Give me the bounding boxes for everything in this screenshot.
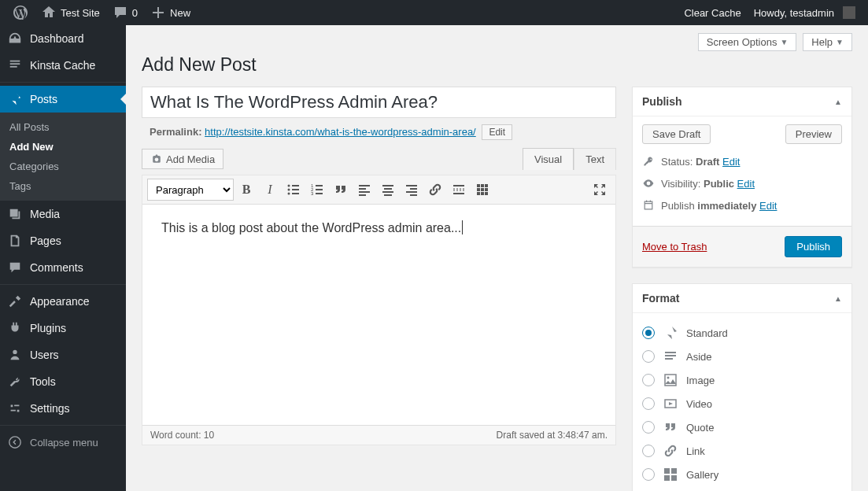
svg-rect-41 (665, 355, 676, 356)
move-to-trash-link[interactable]: Move to Trash (642, 241, 707, 253)
svg-point-44 (667, 377, 670, 379)
format-option-gallery[interactable]: Gallery (642, 463, 842, 486)
format-label: Aside (686, 351, 712, 363)
format-select[interactable]: Paragraph (147, 179, 234, 201)
edit-schedule-link[interactable]: Edit (759, 200, 777, 212)
format-label: Gallery (686, 469, 718, 481)
new-content-link[interactable]: New (144, 0, 197, 25)
wp-logo[interactable] (6, 0, 35, 25)
new-label: New (170, 7, 190, 19)
svg-rect-30 (453, 193, 464, 194)
format-option-audio[interactable]: Audio (642, 486, 842, 491)
collapse-icon (8, 435, 22, 449)
svg-rect-49 (671, 475, 677, 481)
svg-rect-9 (292, 193, 299, 194)
format-option-link[interactable]: Link (642, 439, 842, 463)
plugins-icon (8, 321, 22, 335)
radio-icon (642, 350, 655, 363)
post-title-input[interactable] (142, 87, 616, 118)
site-name-link[interactable]: Test Site (35, 0, 106, 25)
svg-rect-46 (664, 468, 670, 474)
sidebar-item-dashboard[interactable]: Dashboard (0, 25, 126, 52)
publish-box-header[interactable]: Publish▲ (633, 87, 851, 116)
bullet-list-button[interactable] (283, 179, 305, 201)
sidebar-item-plugins[interactable]: Plugins (0, 315, 126, 341)
format-box-header[interactable]: Format▲ (633, 284, 851, 313)
svg-rect-35 (481, 188, 484, 191)
avatar (843, 6, 855, 19)
permalink-url[interactable]: http://testsite.kinsta.com/what-is-the-w… (205, 126, 476, 138)
sidebar-item-appearance[interactable]: Appearance (0, 288, 126, 315)
svg-rect-1 (10, 63, 20, 65)
draft-saved: Draft saved at 3:48:47 am. (497, 430, 608, 441)
submenu-categories[interactable]: Categories (0, 157, 126, 176)
svg-point-3 (9, 437, 20, 448)
sidebar-item-pages[interactable]: Pages (0, 227, 126, 254)
help-button[interactable]: Help ▼ (803, 33, 852, 51)
visibility-row: Visibility: Public Edit (642, 172, 842, 194)
account-link[interactable]: Howdy, testadmin (748, 0, 862, 25)
tab-text[interactable]: Text (574, 148, 616, 170)
sidebar-item-media[interactable]: Media (0, 201, 126, 227)
media-icon (8, 207, 22, 221)
collapse-menu[interactable]: Collapse menu (0, 429, 126, 456)
align-right-button[interactable] (401, 179, 423, 201)
link-button[interactable] (424, 179, 446, 201)
edit-permalink-button[interactable]: Edit (482, 124, 512, 140)
camera-icon (150, 153, 163, 165)
pin-icon (8, 92, 22, 106)
chevron-up-icon: ▲ (834, 98, 842, 106)
format-option-image[interactable]: Image (642, 368, 842, 392)
gallery-icon (663, 467, 678, 482)
admin-toolbar: Test Site 0 New Clear Cache Howdy, testa… (0, 0, 868, 25)
svg-rect-26 (406, 191, 417, 193)
posts-submenu: All Posts Add New Categories Tags (0, 113, 126, 201)
align-center-button[interactable] (377, 179, 399, 201)
clear-cache-link[interactable]: Clear Cache (678, 0, 747, 25)
svg-rect-34 (477, 188, 480, 191)
editor-content[interactable]: This is a blog post about the WordPress … (142, 205, 615, 425)
save-draft-button[interactable]: Save Draft (642, 124, 711, 144)
sidebar-item-settings[interactable]: Settings (0, 395, 126, 422)
fullscreen-button[interactable] (589, 179, 611, 201)
format-option-standard[interactable]: Standard (642, 321, 842, 345)
format-option-aside[interactable]: Aside (642, 345, 842, 368)
align-left-button[interactable] (353, 179, 375, 201)
sidebar-item-kinsta-cache[interactable]: Kinsta Cache (0, 52, 126, 79)
submenu-all-posts[interactable]: All Posts (0, 117, 126, 137)
standard-icon (663, 325, 678, 341)
sidebar-item-posts[interactable]: Posts (0, 86, 126, 113)
format-option-quote[interactable]: Quote (642, 415, 842, 439)
svg-rect-15 (316, 193, 323, 194)
svg-point-8 (288, 193, 290, 195)
appearance-icon (8, 294, 22, 308)
italic-button[interactable]: I (259, 179, 281, 201)
submenu-tags[interactable]: Tags (0, 176, 126, 196)
toolbar-toggle-button[interactable] (471, 179, 493, 201)
radio-icon (642, 327, 655, 339)
blockquote-button[interactable] (330, 179, 352, 201)
sidebar-item-tools[interactable]: Tools (0, 368, 126, 395)
tab-visual[interactable]: Visual (523, 148, 574, 170)
format-label: Image (686, 375, 715, 386)
word-count: Word count: 10 (150, 430, 214, 441)
preview-button[interactable]: Preview (785, 124, 842, 144)
screen-options-button[interactable]: Screen Options ▼ (698, 33, 797, 51)
svg-rect-29 (453, 189, 464, 190)
format-option-video[interactable]: Video (642, 392, 842, 415)
edit-visibility-link[interactable]: Edit (737, 178, 755, 190)
edit-status-link[interactable]: Edit (722, 156, 740, 168)
publish-button[interactable]: Publish (785, 236, 842, 257)
read-more-button[interactable] (448, 179, 470, 201)
sidebar-item-users[interactable]: Users (0, 341, 126, 368)
add-media-button[interactable]: Add Media (142, 149, 223, 169)
sidebar-item-comments[interactable]: Comments (0, 254, 126, 281)
format-label: Standard (686, 327, 728, 339)
bold-button[interactable]: B (235, 179, 257, 201)
link-icon (663, 443, 678, 459)
comments-link[interactable]: 0 (106, 0, 144, 25)
submenu-add-new[interactable]: Add New (0, 137, 126, 157)
format-label: Quote (686, 422, 714, 434)
users-icon (8, 348, 22, 362)
numbered-list-button[interactable]: 123 (306, 179, 328, 201)
